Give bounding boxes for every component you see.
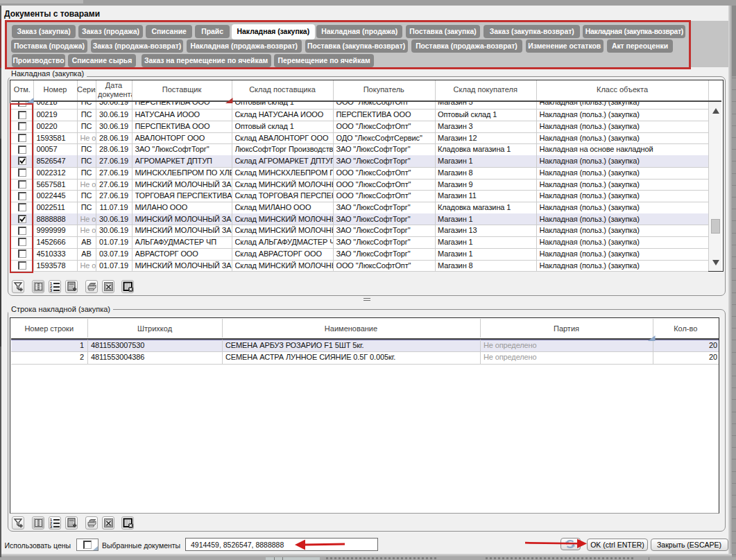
- svg-text:3: 3: [50, 288, 52, 292]
- svg-text:3: 3: [50, 525, 52, 528]
